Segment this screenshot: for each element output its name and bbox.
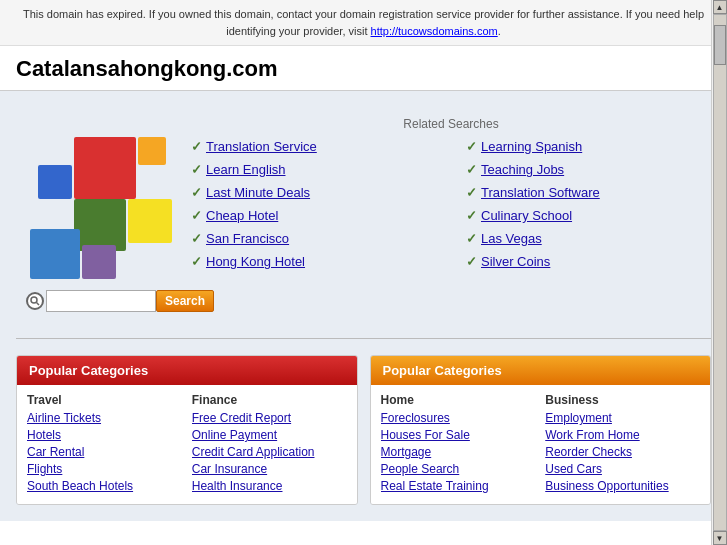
check-icon: ✓: [191, 139, 202, 154]
check-icon: ✓: [191, 208, 202, 223]
search-icon: [26, 292, 44, 310]
category-block-left: Popular Categories TravelAirline Tickets…: [16, 355, 358, 505]
related-item: ✓Las Vegas: [466, 231, 711, 246]
category-column: FinanceFree Credit ReportOnline PaymentC…: [192, 393, 347, 496]
category-column-title: Finance: [192, 393, 347, 407]
svg-point-0: [31, 297, 37, 303]
related-link[interactable]: Culinary School: [481, 208, 572, 223]
category-link[interactable]: Mortgage: [381, 445, 536, 459]
related-links: ✓Translation Service✓Learn English✓Last …: [191, 139, 711, 269]
related-item: ✓Cheap Hotel: [191, 208, 436, 223]
site-title: Catalansahongkong.com: [16, 56, 711, 82]
category-link[interactable]: Free Credit Report: [192, 411, 347, 425]
category-column: HomeForeclosuresHouses For SaleMortgageP…: [381, 393, 536, 496]
check-icon: ✓: [191, 185, 202, 200]
category-link[interactable]: South Beach Hotels: [27, 479, 182, 493]
category-link[interactable]: Employment: [545, 411, 700, 425]
related-item: ✓Silver Coins: [466, 254, 711, 269]
related-link[interactable]: Last Minute Deals: [206, 185, 310, 200]
search-input[interactable]: [46, 290, 156, 312]
related-item: ✓Hong Kong Hotel: [191, 254, 436, 269]
notice-link[interactable]: http://tucowsdomains.com: [371, 25, 498, 37]
related-link[interactable]: Teaching Jobs: [481, 162, 564, 177]
related-link[interactable]: Translation Software: [481, 185, 600, 200]
related-item: ✓Learning Spanish: [466, 139, 711, 154]
check-icon: ✓: [191, 231, 202, 246]
related-item: ✓San Francisco: [191, 231, 436, 246]
category-link[interactable]: Flights: [27, 462, 182, 476]
logo-square-yellow: [128, 199, 172, 243]
category-link[interactable]: Health Insurance: [192, 479, 347, 493]
related-item: ✓Translation Service: [191, 139, 436, 154]
divider: [16, 338, 711, 339]
category-column: TravelAirline TicketsHotelsCar RentalFli…: [27, 393, 182, 496]
logo-square-orange: [138, 137, 166, 165]
logo-square-purple: [82, 245, 116, 279]
related-link[interactable]: Las Vegas: [481, 231, 542, 246]
check-icon: ✓: [466, 185, 477, 200]
category-link[interactable]: Credit Card Application: [192, 445, 347, 459]
scroll-track[interactable]: [713, 14, 727, 521]
logo-square-green: [74, 199, 126, 251]
category-link[interactable]: Car Insurance: [192, 462, 347, 476]
main-content: Search Related Searches ✓Translation Ser…: [0, 91, 727, 521]
related-link[interactable]: Learning Spanish: [481, 139, 582, 154]
category-link[interactable]: Airline Tickets: [27, 411, 182, 425]
scroll-thumb[interactable]: [714, 25, 726, 65]
related-column-right: ✓Learning Spanish✓Teaching Jobs✓Translat…: [466, 139, 711, 269]
category-link[interactable]: Used Cars: [545, 462, 700, 476]
category-link[interactable]: Foreclosures: [381, 411, 536, 425]
category-link[interactable]: Real Estate Training: [381, 479, 536, 493]
check-icon: ✓: [466, 231, 477, 246]
scrollbar[interactable]: ▲ ▼: [711, 0, 727, 521]
category-column-title: Travel: [27, 393, 182, 407]
logo-block: Search: [16, 127, 171, 302]
related-item: ✓Learn English: [191, 162, 436, 177]
notice-bar: This domain has expired. If you owned th…: [0, 0, 727, 46]
scroll-up-arrow[interactable]: ▲: [713, 0, 727, 14]
check-icon: ✓: [466, 208, 477, 223]
check-icon: ✓: [191, 254, 202, 269]
related-title: Related Searches: [191, 117, 711, 131]
search-container: Search: [26, 290, 214, 312]
related-item: ✓Last Minute Deals: [191, 185, 436, 200]
logo-square-blue-large: [30, 229, 80, 279]
check-icon: ✓: [191, 162, 202, 177]
category-block-right: Popular Categories HomeForeclosuresHouse…: [370, 355, 712, 505]
category-body-right: HomeForeclosuresHouses For SaleMortgageP…: [371, 385, 711, 504]
category-link[interactable]: Hotels: [27, 428, 182, 442]
category-link[interactable]: Work From Home: [545, 428, 700, 442]
search-button[interactable]: Search: [156, 290, 214, 312]
category-link[interactable]: Car Rental: [27, 445, 182, 459]
category-link[interactable]: Reorder Checks: [545, 445, 700, 459]
category-body-left: TravelAirline TicketsHotelsCar RentalFli…: [17, 385, 357, 504]
header: Catalansahongkong.com: [0, 46, 727, 91]
related-link[interactable]: Learn English: [206, 162, 286, 177]
related-link[interactable]: Hong Kong Hotel: [206, 254, 305, 269]
notice-text: This domain has expired. If you owned th…: [23, 8, 704, 37]
category-column: BusinessEmploymentWork From HomeReorder …: [545, 393, 700, 496]
related-column-left: ✓Translation Service✓Learn English✓Last …: [191, 139, 436, 269]
related-section: Search Related Searches ✓Translation Ser…: [16, 107, 711, 322]
related-item: ✓Teaching Jobs: [466, 162, 711, 177]
category-header-right: Popular Categories: [371, 356, 711, 385]
related-content: Related Searches ✓Translation Service✓Le…: [191, 117, 711, 269]
related-item: ✓Culinary School: [466, 208, 711, 223]
category-link[interactable]: Online Payment: [192, 428, 347, 442]
related-item: ✓Translation Software: [466, 185, 711, 200]
related-link[interactable]: Cheap Hotel: [206, 208, 278, 223]
check-icon: ✓: [466, 162, 477, 177]
category-column-title: Home: [381, 393, 536, 407]
related-link[interactable]: Translation Service: [206, 139, 317, 154]
popular-categories: Popular Categories TravelAirline Tickets…: [16, 355, 711, 505]
check-icon: ✓: [466, 254, 477, 269]
check-icon: ✓: [466, 139, 477, 154]
category-link[interactable]: Business Opportunities: [545, 479, 700, 493]
logo-square-red: [74, 137, 136, 199]
category-header-left: Popular Categories: [17, 356, 357, 385]
related-link[interactable]: Silver Coins: [481, 254, 550, 269]
category-link[interactable]: Houses For Sale: [381, 428, 536, 442]
category-link[interactable]: People Search: [381, 462, 536, 476]
logo-square-blue-small: [38, 165, 72, 199]
related-link[interactable]: San Francisco: [206, 231, 289, 246]
